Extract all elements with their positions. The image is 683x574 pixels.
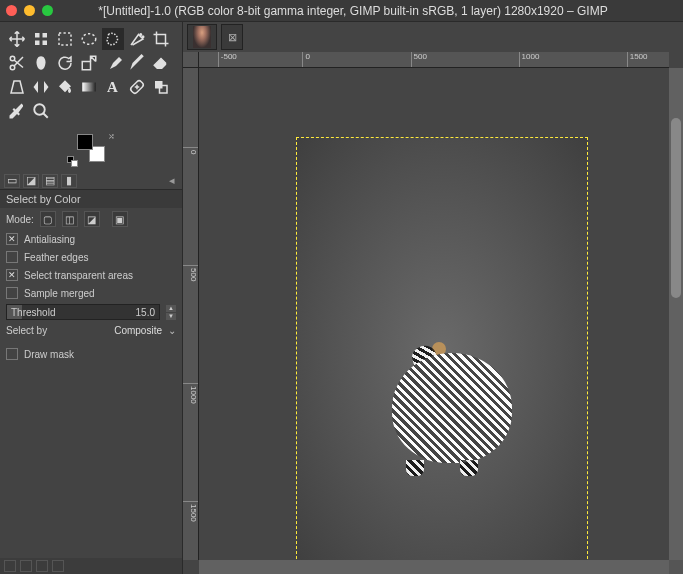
swap-colors-icon[interactable]: ⤭ [108, 132, 115, 141]
tool-foreground-icon[interactable] [30, 52, 52, 74]
feather-checkbox[interactable] [6, 251, 18, 263]
svg-rect-2 [35, 41, 40, 46]
tool-perspective-icon[interactable] [6, 76, 28, 98]
close-window-button[interactable] [6, 5, 17, 16]
tool-pencil-icon[interactable] [126, 52, 148, 74]
tool-clone-icon[interactable] [150, 76, 172, 98]
window-title: *[Untitled]-1.0 (RGB color 8-bit gamma i… [23, 4, 683, 18]
tool-color-picker-icon[interactable] [6, 100, 28, 122]
tool-rotate-icon[interactable] [54, 52, 76, 74]
dock-tab-images[interactable]: ▤ [42, 174, 58, 188]
save-preset-button[interactable] [4, 560, 16, 572]
draw-mask-label: Draw mask [24, 349, 176, 360]
delete-preset-button[interactable] [36, 560, 48, 572]
tool-options-title: Select by Color [0, 190, 182, 208]
ruler-vertical[interactable]: 0 500 1000 1500 [183, 68, 199, 560]
window-titlebar: *[Untitled]-1.0 (RGB color 8-bit gamma i… [0, 0, 683, 22]
selection-marching-ants [382, 338, 522, 478]
svg-rect-1 [43, 33, 48, 38]
dock-tab-undo[interactable]: ▮ [61, 174, 77, 188]
tool-paintbrush-icon[interactable] [102, 52, 124, 74]
draw-mask-checkbox[interactable] [6, 348, 18, 360]
tool-move-icon[interactable] [6, 28, 28, 50]
select-transparent-label: Select transparent areas [24, 270, 176, 281]
ruler-origin[interactable] [183, 52, 199, 68]
horizontal-scrollbar[interactable] [199, 560, 669, 574]
draw-mask-row[interactable]: Draw mask [0, 345, 182, 363]
threshold-label: Threshold [11, 307, 55, 318]
mode-intersect-button[interactable]: ▣ [112, 211, 128, 227]
tool-scissors-icon[interactable] [6, 52, 28, 74]
restore-preset-button[interactable] [20, 560, 32, 572]
feather-row[interactable]: Feather edges [0, 248, 182, 266]
tool-align-icon[interactable] [30, 28, 52, 50]
canvas-area: ⊠ -500 0 500 1000 1500 0 500 1000 1500 [183, 22, 683, 574]
sample-merged-label: Sample merged [24, 288, 176, 299]
ruler-h-tick: 0 [302, 52, 309, 67]
svg-text:A: A [107, 79, 118, 95]
canvas-viewport[interactable] [199, 68, 669, 560]
dock-tab-device[interactable]: ◪ [23, 174, 39, 188]
tool-eraser-icon[interactable] [150, 52, 172, 74]
dock-menu-icon[interactable]: ◂ [166, 175, 178, 187]
mode-row: Mode: ▢ ◫ ◪ ▣ [0, 208, 182, 230]
tool-fuzzy-select-icon[interactable] [126, 28, 148, 50]
color-indicator: ⤭ [0, 128, 182, 168]
reset-preset-button[interactable] [52, 560, 64, 572]
spinner-up-icon[interactable]: ▲ [166, 305, 176, 312]
navigation-button[interactable] [669, 560, 683, 574]
toolbox-grid: A [0, 22, 182, 126]
chevron-down-icon: ⌄ [168, 325, 176, 336]
image-tab[interactable] [187, 24, 217, 50]
svg-point-7 [142, 36, 144, 38]
tool-gradient-icon[interactable] [78, 76, 100, 98]
tool-flip-icon[interactable] [30, 76, 52, 98]
select-by-label: Select by [6, 325, 47, 336]
svg-point-6 [140, 34, 142, 36]
canvas-image[interactable] [297, 138, 587, 560]
vertical-scrollbar[interactable] [669, 68, 683, 560]
tool-scale-icon[interactable] [78, 52, 100, 74]
tool-text-icon[interactable]: A [102, 76, 124, 98]
close-image-button[interactable]: ⊠ [221, 24, 243, 50]
select-by-row[interactable]: Select by Composite ⌄ [0, 322, 182, 339]
select-transparent-row[interactable]: Select transparent areas [0, 266, 182, 284]
threshold-spinner[interactable]: ▲ ▼ [166, 305, 176, 320]
select-transparent-checkbox[interactable] [6, 269, 18, 281]
image-tab-thumbnail [193, 26, 211, 48]
scrollbar-thumb[interactable] [671, 118, 681, 298]
tool-bucket-icon[interactable] [54, 76, 76, 98]
threshold-slider[interactable]: Threshold 15.0 [6, 304, 160, 320]
tool-free-select-icon[interactable] [102, 28, 124, 50]
ruler-h-tick: 1500 [627, 52, 648, 67]
mode-replace-button[interactable]: ▢ [40, 211, 56, 227]
tool-crop-icon[interactable] [150, 28, 172, 50]
tool-rect-select-icon[interactable] [54, 28, 76, 50]
image-tabstrip: ⊠ [183, 22, 243, 52]
spinner-down-icon[interactable]: ▼ [166, 313, 176, 320]
svg-rect-10 [82, 62, 90, 70]
ruler-v-tick: 500 [183, 265, 198, 281]
fg-color-swatch[interactable] [77, 134, 93, 150]
dock-tab-tool-options[interactable]: ▭ [4, 174, 20, 188]
antialiasing-label: Antialiasing [24, 234, 176, 245]
sample-merged-checkbox[interactable] [6, 287, 18, 299]
tool-heal-icon[interactable] [126, 76, 148, 98]
default-colors-icon[interactable] [67, 156, 75, 164]
svg-rect-3 [43, 41, 48, 46]
mode-subtract-button[interactable]: ◪ [84, 211, 100, 227]
tool-zoom-icon[interactable] [30, 100, 52, 122]
mode-label: Mode: [6, 214, 34, 225]
ruler-horizontal[interactable]: -500 0 500 1000 1500 [199, 52, 669, 68]
tool-ellipse-select-icon[interactable] [78, 28, 100, 50]
antialiasing-checkbox[interactable] [6, 233, 18, 245]
sample-merged-row[interactable]: Sample merged [0, 284, 182, 302]
tool-sidebar: A ⤭ ▭ ◪ ▤ ▮ ◂ Select by Color Mode: [0, 22, 183, 574]
ruler-v-tick: 1500 [183, 501, 198, 522]
ruler-h-tick: 1000 [519, 52, 540, 67]
ruler-h-tick: 500 [411, 52, 427, 67]
svg-point-5 [82, 34, 96, 45]
antialiasing-row[interactable]: Antialiasing [0, 230, 182, 248]
mode-add-button[interactable]: ◫ [62, 211, 78, 227]
ruler-v-tick: 1000 [183, 383, 198, 404]
